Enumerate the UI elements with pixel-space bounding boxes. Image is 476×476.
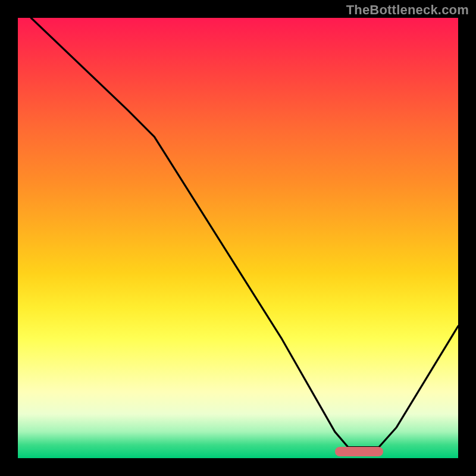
chart-frame: TheBottleneck.com (0, 0, 476, 476)
watermark-text: TheBottleneck.com (346, 2, 469, 18)
plot-area (18, 18, 458, 458)
bottleneck-curve (18, 18, 458, 458)
optimal-range-marker (335, 447, 383, 456)
curve-path (31, 18, 458, 447)
